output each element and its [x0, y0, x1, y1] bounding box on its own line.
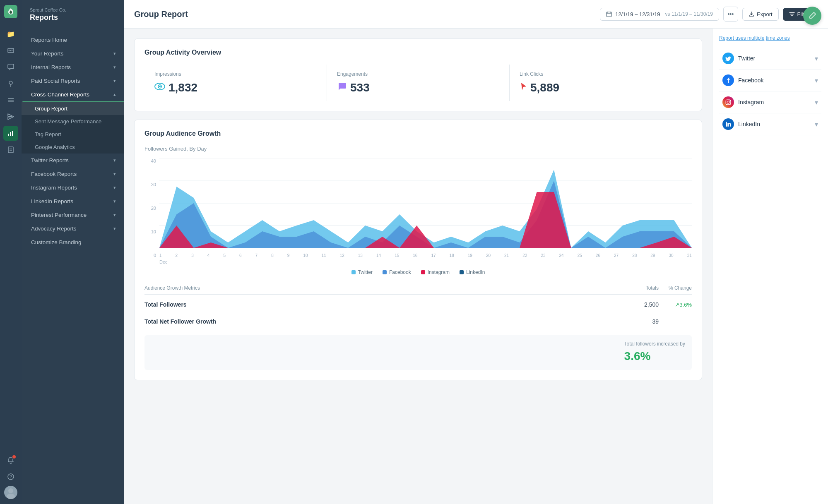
linkedin-icon — [722, 118, 734, 130]
sidebar-item-twitter-reports[interactable]: Twitter Reports ▾ — [22, 154, 124, 167]
x-axis-month: Dec — [159, 259, 692, 264]
more-options-button[interactable]: ••• — [723, 7, 738, 22]
svg-text:?: ? — [10, 475, 12, 479]
notification-icon[interactable] — [3, 453, 18, 468]
chart-icon[interactable] — [3, 126, 18, 141]
net-growth-label: Total Net Follower Growth — [144, 318, 626, 325]
sidebar-item-cross-channel[interactable]: Cross-Channel Reports ▴ — [22, 88, 124, 102]
chevron-down-icon: ▾ — [113, 199, 116, 204]
folder-icon[interactable]: 📁 — [3, 26, 18, 41]
timezone-link[interactable]: multiple — [747, 35, 764, 41]
x-label-7: 7 — [255, 253, 258, 258]
instagram-icon — [722, 96, 734, 108]
sidebar-header: Sprout Coffee Co. Reports — [22, 0, 124, 28]
x-label-20: 20 — [486, 253, 491, 258]
chevron-down-icon: ▾ — [113, 158, 116, 163]
twitter-name: Twitter — [738, 55, 755, 62]
x-label-30: 30 — [669, 253, 673, 258]
legend-facebook: Facebook — [383, 269, 411, 275]
date-picker-button[interactable]: 12/1/19 – 12/31/19 vs 11/1/19 – 11/30/19 — [600, 8, 719, 21]
x-label-5: 5 — [223, 253, 226, 258]
sidebar-item-your-reports[interactable]: Your Reports ▾ — [22, 47, 124, 60]
platform-facebook[interactable]: Facebook ▾ — [719, 70, 821, 91]
sidebar-item-instagram-reports[interactable]: Instagram Reports ▾ — [22, 181, 124, 194]
col-header-metrics: Audience Growth Metrics — [144, 285, 626, 291]
info-box: Total followers increased by 3.6% — [144, 335, 692, 370]
svg-rect-9 — [8, 147, 13, 153]
sidebar-item-pinterest[interactable]: Pinterest Performance ▾ — [22, 208, 124, 222]
sidebar-item-google-analytics[interactable]: Google Analytics — [22, 141, 124, 154]
facebook-chevron-icon: ▾ — [815, 77, 818, 84]
export-label: Export — [757, 11, 773, 17]
company-name: Sprout Coffee Co. — [30, 7, 116, 12]
engagements-metric: Engagements 533 — [327, 65, 510, 101]
svg-point-2 — [9, 81, 12, 84]
x-label-4: 4 — [207, 253, 210, 258]
y-label-20: 20 — [144, 206, 156, 211]
x-label-28: 28 — [632, 253, 637, 258]
x-label-25: 25 — [578, 253, 582, 258]
filters-icon — [789, 11, 795, 17]
sidebar-item-customize-branding[interactable]: Customize Branding — [22, 235, 124, 249]
x-label-11: 11 — [322, 253, 326, 258]
chart-container: 0 10 20 30 40 — [144, 158, 692, 258]
x-label-19: 19 — [468, 253, 472, 258]
svg-point-22 — [159, 86, 161, 87]
task-icon[interactable] — [3, 142, 18, 157]
platform-twitter[interactable]: Twitter ▾ — [719, 48, 821, 70]
x-label-24: 24 — [559, 253, 564, 258]
page-title: Group Report — [134, 10, 188, 19]
x-label-9: 9 — [287, 253, 290, 258]
legend-dot-twitter — [351, 270, 356, 274]
sidebar-item-internal-reports[interactable]: Internal Reports ▾ — [22, 60, 124, 74]
sidebar-item-sent-message[interactable]: Sent Message Performance — [22, 115, 124, 128]
topbar: Group Report 12/1/19 – 12/31/19 vs 11/1/… — [124, 0, 828, 29]
main-panel: Group Activity Overview Impressions 1,83… — [124, 29, 712, 504]
platform-instagram[interactable]: Instagram ▾ — [719, 91, 821, 113]
group-activity-title: Group Activity Overview — [144, 49, 692, 56]
topbar-actions: 12/1/19 – 12/31/19 vs 11/1/19 – 11/30/19… — [600, 7, 818, 22]
chevron-down-icon: ▾ — [113, 78, 116, 84]
chart-x-axis: 1 2 3 4 5 6 7 8 9 10 11 12 13 — [159, 253, 692, 258]
export-icon — [749, 11, 754, 17]
sidebar-item-group-report[interactable]: Group Report — [22, 102, 124, 115]
export-button[interactable]: Export — [742, 8, 779, 21]
col-header-change: % Change — [659, 285, 692, 291]
impressions-label: Impressions — [154, 71, 317, 77]
chart-subtitle: Followers Gained, By Day — [144, 146, 692, 152]
chart-y-axis: 0 10 20 30 40 — [144, 158, 156, 258]
sidebar-item-reports-home[interactable]: Reports Home — [22, 33, 124, 47]
message-icon[interactable] — [3, 60, 18, 74]
right-panel: Report uses multiple time zones Twitter … — [712, 29, 828, 504]
legend-linkedin: LinkedIn — [460, 269, 485, 275]
sidebar-item-facebook-reports[interactable]: Facebook Reports ▾ — [22, 167, 124, 181]
cross-channel-subnav: Group Report Sent Message Performance Ta… — [22, 102, 124, 154]
engagements-label: Engagements — [337, 71, 499, 77]
sidebar-item-paid-social[interactable]: Paid Social Reports ▾ — [22, 74, 124, 88]
list-icon[interactable] — [3, 93, 18, 108]
user-avatar[interactable] — [4, 486, 17, 499]
chevron-down-icon: ▾ — [113, 171, 116, 177]
send-icon[interactable] — [3, 109, 18, 124]
platform-linkedin[interactable]: LinkedIn ▾ — [719, 113, 821, 135]
impressions-icon — [154, 82, 165, 93]
chevron-down-icon: ▾ — [113, 185, 116, 190]
help-icon[interactable]: ? — [3, 469, 18, 484]
x-label-2: 2 — [176, 253, 178, 258]
x-label-17: 17 — [431, 253, 436, 258]
pin-icon[interactable] — [3, 76, 18, 91]
svg-rect-16 — [607, 12, 611, 17]
inbox-icon[interactable] — [3, 43, 18, 58]
app-logo[interactable] — [4, 5, 17, 18]
link-clicks-label: Link Clicks — [520, 71, 682, 77]
sidebar-item-linkedin-reports[interactable]: LinkedIn Reports ▾ — [22, 194, 124, 208]
chevron-up-icon: ▴ — [113, 92, 116, 97]
info-big-percent: 3.6% — [624, 348, 685, 365]
sidebar-item-tag-report[interactable]: Tag Report — [22, 128, 124, 141]
net-growth-value: 39 — [626, 318, 659, 325]
engagements-icon — [337, 82, 347, 94]
edit-fab-button[interactable] — [803, 7, 821, 25]
sidebar-item-advocacy[interactable]: Advocacy Reports ▾ — [22, 222, 124, 235]
y-label-40: 40 — [144, 158, 156, 163]
table-row-total-followers: Total Followers 2,500 ↗3.6% — [144, 296, 692, 313]
